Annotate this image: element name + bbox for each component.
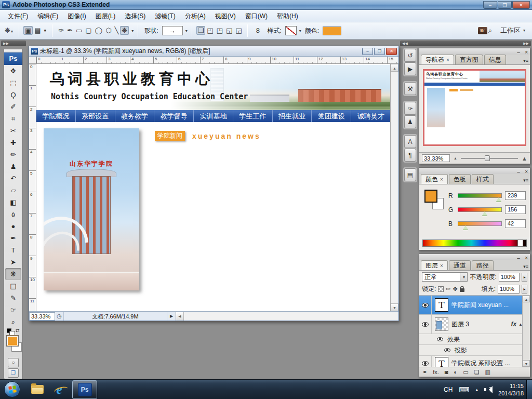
tab-close-icon[interactable]: × <box>440 263 443 269</box>
adjustment-layer-icon[interactable]: ◐ <box>454 369 458 375</box>
actions-panel-icon[interactable]: ▶ <box>404 62 416 75</box>
doc-minimize-button[interactable]: – <box>362 48 373 55</box>
slice-tool[interactable]: ✂ <box>4 125 22 137</box>
tab-histogram[interactable]: 直方图 <box>455 55 483 64</box>
layer-fx-badge[interactable]: fx <box>511 321 516 328</box>
tab-styles[interactable]: 样式 <box>472 174 494 184</box>
character-panel-icon[interactable]: A <box>404 135 416 148</box>
layer-style-icon[interactable]: fx. <box>433 369 439 375</box>
hand-tool[interactable]: ☞ <box>4 304 22 316</box>
subtract-shape-area[interactable]: ◰ <box>205 26 215 35</box>
keyboard-icon[interactable]: ⌨ <box>459 385 469 394</box>
panel-menu-icon[interactable]: ▾≡ <box>523 58 528 63</box>
quick-selection-tool[interactable]: ✐ <box>4 101 22 113</box>
language-indicator[interactable]: CH <box>444 386 453 393</box>
shape-layers-mode[interactable]: ▣ <box>23 26 33 35</box>
slider-thumb[interactable] <box>463 225 468 230</box>
dodge-tool[interactable]: ● <box>4 220 22 232</box>
overlap-shape-area[interactable]: ◲ <box>234 26 243 35</box>
foreground-color-swatch[interactable] <box>6 335 19 347</box>
brush-tool[interactable]: ✏ <box>4 149 22 161</box>
tab-channels[interactable]: 通道 <box>449 260 471 270</box>
menu-item[interactable]: 滤镜(T) <box>150 10 180 22</box>
blend-mode-select[interactable]: 正常 ▾ <box>422 272 468 282</box>
custom-shape-preset-icon[interactable]: ❋▾ <box>3 25 15 36</box>
tab-swatches[interactable]: 色板 <box>449 174 471 184</box>
start-button[interactable] <box>4 381 20 397</box>
scroll-up-icon[interactable]: ▲ <box>523 296 530 302</box>
layer-effects-row[interactable]: 效果 <box>419 334 530 345</box>
show-desktop-button[interactable] <box>526 380 532 399</box>
color-spectrum-ramp[interactable] <box>422 240 527 247</box>
foreground-swatch[interactable] <box>424 190 437 203</box>
zoom-tool[interactable]: ⌕ <box>4 316 22 328</box>
lasso-tool[interactable]: Ϙ <box>4 89 22 101</box>
vertical-scrollbar[interactable]: ▲ ▼ <box>390 64 398 311</box>
opacity-field[interactable]: 100% <box>499 273 520 282</box>
swap-colors-icon[interactable]: ⇄ <box>16 328 20 333</box>
menu-item[interactable]: 图像(I) <box>63 10 90 22</box>
tool-presets-panel-icon[interactable]: ⚒ <box>404 82 416 95</box>
menu-item[interactable]: 文件(F) <box>3 10 33 22</box>
eyedropper-tool[interactable]: ✎ <box>4 292 22 304</box>
layers-scrollbar[interactable]: ▲ ▼ <box>522 296 530 367</box>
horizontal-ruler[interactable]: 0123456789101112131415 <box>36 57 398 64</box>
menu-item[interactable]: 图层(L) <box>91 10 121 22</box>
scroll-left-icon[interactable]: ◀ <box>176 312 184 321</box>
add-shape-area[interactable]: ❏ <box>196 26 206 35</box>
scroll-up-icon[interactable]: ▲ <box>391 64 398 72</box>
eraser-tool[interactable]: ▱ <box>4 184 22 196</box>
navigator-zoom-slider[interactable] <box>461 158 518 159</box>
intersect-shape-area[interactable]: ◳ <box>215 26 224 35</box>
photoshop-taskbar-button[interactable]: Ps <box>72 380 97 399</box>
red-slider[interactable] <box>458 193 502 198</box>
zoom-in-icon[interactable]: ▲ <box>522 155 527 162</box>
drop-shadow-row[interactable]: 投影 <box>419 345 530 356</box>
type-tool[interactable]: T <box>4 244 22 256</box>
horizontal-scrollbar[interactable]: ◀ <box>176 312 398 321</box>
rounded-rectangle-option[interactable]: ▢ <box>84 26 93 35</box>
blur-tool[interactable]: ۵ <box>4 208 22 220</box>
history-panel-icon[interactable]: ↺ <box>404 49 416 62</box>
tab-layers[interactable]: 图层× <box>421 260 448 270</box>
canvas[interactable]: 乌词县职业教育中心 Nothis Country Occupation Educ… <box>36 64 390 311</box>
file-explorer-button[interactable] <box>26 380 48 399</box>
default-colors-icon[interactable] <box>7 328 11 333</box>
taskbar-clock[interactable]: 11:15 2014/3/18 <box>498 382 524 397</box>
volume-icon[interactable] <box>484 386 492 393</box>
line-option[interactable]: ╲ <box>113 26 121 35</box>
tab-info[interactable]: 信息 <box>484 55 506 64</box>
visibility-eye-icon[interactable] <box>444 348 450 352</box>
paragraph-panel-icon[interactable]: ¶ <box>404 149 416 162</box>
workspace-button[interactable]: 工作区 ▾ <box>497 25 529 36</box>
lock-position-icon[interactable]: ✥ <box>453 286 458 292</box>
move-tool[interactable]: ✥ <box>4 65 22 77</box>
clone-stamp-tool[interactable]: ♟ <box>4 161 22 172</box>
slider-thumb[interactable] <box>482 211 487 216</box>
panel-collapse-bar[interactable]: ◀◀ ▶▶ <box>400 41 531 46</box>
tab-color[interactable]: 颜色× <box>421 174 448 184</box>
minimize-button[interactable]: – <box>483 1 497 9</box>
panel-menu-icon[interactable]: ▾≡ <box>523 178 528 183</box>
marquee-tool[interactable]: ⬚ <box>4 77 22 89</box>
menu-item[interactable]: 选择(S) <box>120 10 150 22</box>
tab-close-icon[interactable]: × <box>446 57 449 63</box>
panel-menu-icon[interactable]: ▾≡ <box>523 264 528 269</box>
menu-item[interactable]: 窗口(W) <box>241 10 272 22</box>
ellipse-option[interactable]: ◯ <box>94 26 104 35</box>
custom-shape-option[interactable]: ❋ <box>120 26 129 35</box>
crop-tool[interactable]: ⌗ <box>4 113 22 125</box>
layer-row-text-news[interactable]: T 学院新闻 xueyuan ... <box>419 296 530 315</box>
lock-paint-icon[interactable]: ✏ <box>446 286 450 292</box>
lock-transparency-icon[interactable] <box>438 286 444 292</box>
menu-item[interactable]: 分析(A) <box>180 10 210 22</box>
tab-paths[interactable]: 路径 <box>472 260 494 270</box>
fill-spinner[interactable]: ▸ <box>522 285 527 294</box>
visibility-eye-icon[interactable] <box>437 337 443 341</box>
rectangle-option[interactable]: ▭ <box>74 26 84 35</box>
status-menu-arrow[interactable]: ▶ <box>167 314 176 318</box>
green-value-field[interactable]: 156 <box>505 205 526 214</box>
freeform-pen-option[interactable]: ✒ <box>65 26 74 35</box>
fill-pixels-mode[interactable]: ▪ <box>43 26 48 35</box>
fill-field[interactable]: 100% <box>498 285 520 294</box>
